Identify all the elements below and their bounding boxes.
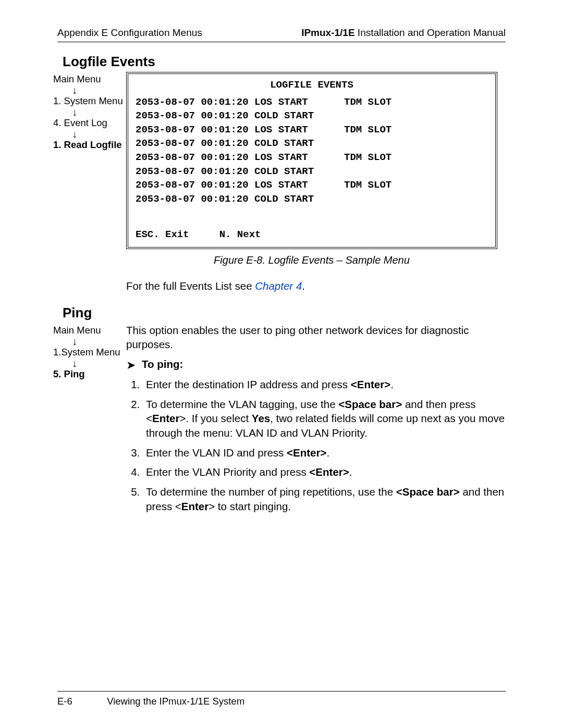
down-arrow-icon: ↓ xyxy=(53,85,120,95)
down-arrow-icon: ↓ xyxy=(53,129,120,139)
section-title-ping: Ping xyxy=(63,305,506,321)
terminal-row: 2053-08-07 00:01:20 COLD START xyxy=(136,137,488,151)
section-title-logfile: Logfile Events xyxy=(63,54,506,70)
footer-text: Viewing the IPmux-1/1E System xyxy=(107,696,244,707)
header-left: Appendix E Configuration Menus xyxy=(57,27,202,39)
paragraph: This option enables the user to ping oth… xyxy=(126,323,506,352)
breadcrumb-logfile: Main Menu ↓ 1. System Menu ↓ 4. Event Lo… xyxy=(53,72,120,151)
crumb-item: 4. Event Log xyxy=(53,117,120,129)
step-item: Enter the VLAN ID and press <Enter>. xyxy=(143,446,506,460)
crumb-item: 1.System Menu xyxy=(53,346,120,359)
crumb-item: Main Menu xyxy=(53,324,120,337)
procedure-title: To ping: xyxy=(142,358,183,371)
chapter-link[interactable]: Chapter 4 xyxy=(255,280,302,292)
page-footer: E-6 Viewing the IPmux-1/1E System xyxy=(57,696,506,707)
terminal-row: 2053-08-07 00:01:20 COLD START xyxy=(136,165,488,179)
terminal-row: 2053-08-07 00:01:20 LOS STARTTDM SLOT xyxy=(136,123,488,137)
running-head: Appendix E Configuration Menus IPmux-1/1… xyxy=(57,27,506,42)
page-number: E-6 xyxy=(57,696,104,707)
header-right-bold: IPmux-1/1E xyxy=(301,27,354,38)
paragraph: For the full Events List see Chapter 4. xyxy=(126,279,506,293)
step-item: Enter the VLAN Priority and press <Enter… xyxy=(143,465,506,479)
footer-rule xyxy=(57,691,506,692)
terminal-row: 2053-08-07 00:01:20 LOS STARTTDM SLOT xyxy=(136,151,488,165)
down-arrow-icon: ↓ xyxy=(53,107,120,117)
header-right: IPmux-1/1E Installation and Operation Ma… xyxy=(301,27,506,39)
step-item: To determine the VLAN tagging, use the <… xyxy=(143,397,506,440)
figure-caption: Figure E-8. Logfile Events – Sample Menu xyxy=(126,254,497,266)
step-item: Enter the destination IP address and pre… xyxy=(143,377,506,392)
crumb-item-current: 1. Read Logfile xyxy=(53,139,120,151)
crumb-item-current: 5. Ping xyxy=(53,368,120,380)
step-item: To determine the number of ping repetiti… xyxy=(143,485,506,513)
header-right-rest: Installation and Operation Manual xyxy=(355,27,506,38)
crumb-item: 1. System Menu xyxy=(53,95,120,107)
terminal-row: 2053-08-07 00:01:20 COLD START xyxy=(136,192,488,206)
terminal-title: LOGFILE EVENTS xyxy=(136,78,488,92)
down-arrow-icon: ↓ xyxy=(53,337,120,346)
terminal-footer: ESC. ExitN. Next xyxy=(136,228,488,242)
terminal-row: 2053-08-07 00:01:20 LOS STARTTDM SLOT xyxy=(136,95,488,109)
crumb-item: Main Menu xyxy=(53,73,120,85)
procedure-arrow-icon: ➤ xyxy=(126,358,142,372)
breadcrumb-ping: Main Menu ↓ 1.System Menu ↓ 5. Ping xyxy=(53,323,120,380)
terminal-footer-exit: ESC. Exit xyxy=(136,229,189,240)
terminal-row: 2053-08-07 00:01:20 LOS STARTTDM SLOT xyxy=(136,178,488,192)
terminal-box: LOGFILE EVENTS 2053-08-07 00:01:20 LOS S… xyxy=(126,72,497,249)
terminal-row: 2053-08-07 00:01:20 COLD START xyxy=(136,109,488,123)
procedure-steps: Enter the destination IP address and pre… xyxy=(126,377,506,513)
terminal-footer-next: N. Next xyxy=(219,229,261,240)
down-arrow-icon: ↓ xyxy=(53,359,120,368)
